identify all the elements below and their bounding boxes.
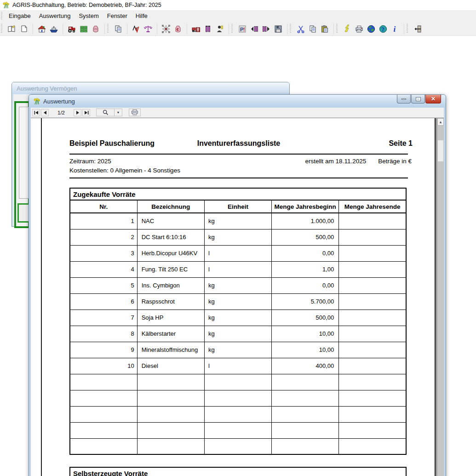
farm-house-icon[interactable] — [36, 23, 48, 35]
table-cell: 5.700,00 — [272, 293, 339, 310]
table-row — [70, 422, 406, 438]
table-row — [70, 374, 406, 390]
meta-rule — [69, 178, 408, 178]
table-cell: Mineralstoffmischung — [137, 342, 204, 358]
print-preview-area[interactable]: Beispiel Pauschalierung Inventurerfassun… — [31, 118, 444, 476]
window-plant-icon — [33, 97, 40, 105]
toolbar-grip — [1, 24, 2, 33]
field-grid-icon[interactable] — [78, 23, 90, 35]
table-cell: 2 — [70, 229, 137, 245]
previous-page-button[interactable] — [41, 109, 49, 116]
paste-icon[interactable] — [319, 23, 331, 35]
table-cell — [339, 438, 406, 454]
print-button[interactable] — [129, 109, 141, 116]
toolbar-grip — [407, 24, 408, 33]
exit-icon[interactable] — [412, 23, 424, 35]
mdi-client-area: Auswertung Vermögen A Auswertung ✕ — [0, 36, 476, 476]
table-cell — [137, 374, 204, 390]
table-cell: l — [204, 261, 271, 277]
toolbar-grip — [336, 24, 338, 33]
document-icon[interactable] — [18, 23, 30, 35]
table-cell: 500,00 — [272, 229, 339, 245]
tractor-icon[interactable] — [66, 23, 78, 35]
maximize-button[interactable] — [411, 95, 425, 103]
table-cell: 10 — [70, 358, 137, 374]
report-header: Beispiel Pauschalierung Inventurerfassun… — [69, 139, 408, 149]
sack-icon[interactable] — [90, 23, 102, 35]
table-cell — [272, 406, 339, 422]
cut-icon[interactable] — [295, 23, 307, 35]
chart-curve-icon[interactable] — [130, 23, 142, 35]
globe-icon[interactable] — [365, 23, 377, 35]
money-sack-icon[interactable]: € — [172, 23, 184, 35]
menu-eingabe[interactable]: Eingabe — [5, 11, 35, 21]
page-indicator: 1/2 — [56, 110, 67, 115]
table-cell — [339, 213, 406, 229]
lightning-icon[interactable] — [341, 23, 353, 35]
table-cell: kg — [204, 326, 271, 342]
table-row — [70, 406, 406, 422]
maximize-icon — [416, 97, 420, 101]
menu-system[interactable]: System — [75, 11, 103, 21]
table-row: 2DC Start 6:10:16kg500,00 — [70, 229, 406, 245]
table-cell — [137, 406, 204, 422]
zoom-dropdown-button[interactable]: ▼ — [115, 109, 122, 116]
close-button[interactable]: ✕ — [425, 95, 441, 103]
menu-hilfe[interactable]: Hilfe — [132, 11, 152, 21]
table-cell: 0,00 — [272, 277, 339, 293]
table-cell: 10,00 — [272, 342, 339, 358]
next-page-button[interactable] — [74, 109, 81, 116]
toolbar-grip — [290, 24, 291, 33]
table-cell: kg — [204, 229, 271, 245]
table-cell: l — [204, 245, 271, 261]
menu-fenster[interactable]: Fenster — [103, 11, 132, 21]
window-auswertung[interactable]: Auswertung ✕ 1/2 ▼ B — [29, 94, 446, 476]
menu-auswertung[interactable]: Auswertung — [35, 11, 75, 21]
table-cell: kg — [204, 213, 271, 229]
info-icon[interactable]: i — [389, 23, 401, 35]
table-cell — [204, 438, 271, 454]
table-cell — [70, 422, 137, 438]
toolbar-grip — [107, 24, 109, 33]
toolbar: € P! ? i — [0, 22, 476, 36]
prev-record-icon[interactable] — [248, 23, 260, 35]
report-page: Beispiel Pauschalierung Inventurerfassun… — [41, 118, 436, 476]
machine-sales-icon[interactable] — [190, 23, 202, 35]
zoom-button[interactable] — [96, 109, 115, 116]
next-record-icon[interactable] — [260, 23, 272, 35]
table-cell — [339, 245, 406, 261]
table-cell: Kälberstarter — [137, 326, 204, 342]
save-icon[interactable] — [272, 23, 284, 35]
table-cell: 4 — [70, 261, 137, 277]
person-icon[interactable] — [214, 23, 226, 35]
data-bars-icon[interactable] — [202, 23, 214, 35]
scrollbar-up-arrow[interactable]: ▲ — [437, 118, 444, 126]
minimize-button[interactable] — [397, 95, 411, 103]
ship-icon[interactable] — [48, 23, 60, 35]
table-cell — [70, 374, 137, 390]
journal-icon[interactable] — [6, 23, 18, 35]
report-created: erstellt am 18.11.2025 — [305, 158, 367, 165]
toolbar-grip — [231, 24, 233, 33]
minimize-icon — [401, 98, 406, 100]
scale-icon[interactable] — [142, 23, 154, 35]
vertical-scrollbar[interactable]: ▲ — [437, 118, 444, 476]
web-help-icon[interactable]: ? — [377, 23, 389, 35]
table-section-title-row: Selbsterzeugte Vorräte — [70, 467, 406, 476]
table-cell — [339, 277, 406, 293]
copy-pages-icon[interactable] — [112, 23, 124, 35]
report-title: Inventurerfassungsliste — [69, 139, 408, 148]
window-titlebar[interactable]: Auswertung — [29, 95, 446, 108]
svg-text:?: ? — [382, 26, 384, 33]
last-page-button[interactable] — [82, 109, 90, 116]
scrollbar-thumb[interactable] — [438, 140, 443, 161]
booking-warning-icon[interactable]: P! — [236, 23, 248, 35]
table-cell: Soja HP — [137, 310, 204, 326]
network-icon[interactable] — [160, 23, 172, 35]
copy-icon[interactable] — [307, 23, 319, 35]
print-mail-icon[interactable] — [353, 23, 365, 35]
table-cell — [339, 293, 406, 310]
window-titlebar-inactive[interactable]: Auswertung Vermögen — [12, 82, 289, 94]
first-page-button[interactable] — [32, 109, 40, 116]
table-row: 1NACkg1.000,00 — [70, 213, 406, 229]
